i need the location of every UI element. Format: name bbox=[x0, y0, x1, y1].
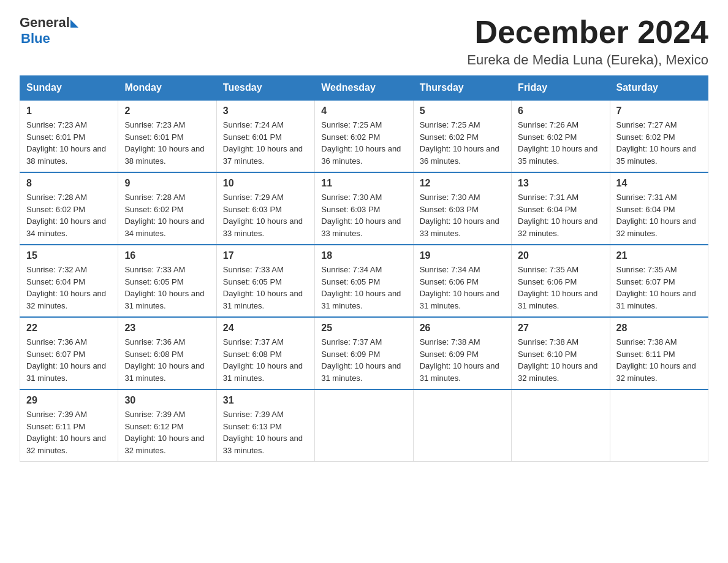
calendar-cell bbox=[610, 389, 708, 462]
page-header: General Blue December 2024 Eureka de Med… bbox=[20, 15, 708, 68]
day-number: 8 bbox=[26, 178, 112, 189]
calendar-cell: 16Sunrise: 7:33 AMSunset: 6:05 PMDayligh… bbox=[118, 245, 216, 317]
day-info: Sunrise: 7:26 AMSunset: 6:02 PMDaylight:… bbox=[518, 120, 597, 166]
day-number: 1 bbox=[26, 105, 112, 117]
day-number: 5 bbox=[420, 105, 505, 117]
calendar-cell: 12Sunrise: 7:30 AMSunset: 6:03 PMDayligh… bbox=[413, 172, 511, 245]
calendar-table: SundayMondayTuesdayWednesdayThursdayFrid… bbox=[20, 75, 708, 462]
day-number: 6 bbox=[518, 105, 603, 117]
calendar-cell: 28Sunrise: 7:38 AMSunset: 6:11 PMDayligh… bbox=[610, 317, 708, 389]
day-info: Sunrise: 7:30 AMSunset: 6:03 PMDaylight:… bbox=[420, 193, 499, 238]
calendar-header-row: SundayMondayTuesdayWednesdayThursdayFrid… bbox=[20, 76, 708, 101]
calendar-cell: 17Sunrise: 7:33 AMSunset: 6:05 PMDayligh… bbox=[216, 245, 314, 317]
header-wednesday: Wednesday bbox=[315, 76, 413, 101]
calendar-cell: 6Sunrise: 7:26 AMSunset: 6:02 PMDaylight… bbox=[512, 100, 610, 172]
calendar-cell: 14Sunrise: 7:31 AMSunset: 6:04 PMDayligh… bbox=[610, 172, 708, 245]
day-info: Sunrise: 7:38 AMSunset: 6:09 PMDaylight:… bbox=[420, 337, 499, 383]
calendar-cell: 19Sunrise: 7:34 AMSunset: 6:06 PMDayligh… bbox=[413, 245, 511, 317]
day-number: 27 bbox=[518, 323, 603, 334]
day-info: Sunrise: 7:38 AMSunset: 6:11 PMDaylight:… bbox=[616, 337, 696, 383]
day-number: 13 bbox=[518, 178, 603, 189]
day-number: 2 bbox=[124, 105, 210, 117]
day-number: 4 bbox=[321, 105, 406, 117]
day-info: Sunrise: 7:24 AMSunset: 6:01 PMDaylight:… bbox=[223, 120, 303, 166]
day-number: 24 bbox=[223, 323, 308, 334]
logo: General Blue bbox=[20, 15, 78, 47]
header-friday: Friday bbox=[512, 76, 610, 101]
header-tuesday: Tuesday bbox=[216, 76, 314, 101]
day-info: Sunrise: 7:28 AMSunset: 6:02 PMDaylight:… bbox=[124, 193, 204, 238]
day-info: Sunrise: 7:33 AMSunset: 6:05 PMDaylight:… bbox=[223, 265, 303, 310]
calendar-cell: 1Sunrise: 7:23 AMSunset: 6:01 PMDaylight… bbox=[20, 100, 118, 172]
calendar-week-row: 15Sunrise: 7:32 AMSunset: 6:04 PMDayligh… bbox=[20, 245, 708, 317]
day-info: Sunrise: 7:25 AMSunset: 6:02 PMDaylight:… bbox=[420, 120, 499, 166]
calendar-subtitle: Eureka de Media Luna (Eureka), Mexico bbox=[467, 52, 708, 68]
calendar-cell: 2Sunrise: 7:23 AMSunset: 6:01 PMDaylight… bbox=[118, 100, 216, 172]
day-number: 28 bbox=[616, 323, 702, 334]
header-saturday: Saturday bbox=[610, 76, 708, 101]
day-number: 15 bbox=[26, 250, 112, 261]
day-info: Sunrise: 7:36 AMSunset: 6:08 PMDaylight:… bbox=[124, 337, 204, 383]
calendar-week-row: 22Sunrise: 7:36 AMSunset: 6:07 PMDayligh… bbox=[20, 317, 708, 389]
calendar-cell: 7Sunrise: 7:27 AMSunset: 6:02 PMDaylight… bbox=[610, 100, 708, 172]
calendar-cell: 25Sunrise: 7:37 AMSunset: 6:09 PMDayligh… bbox=[315, 317, 413, 389]
calendar-cell: 5Sunrise: 7:25 AMSunset: 6:02 PMDaylight… bbox=[413, 100, 511, 172]
day-number: 29 bbox=[26, 395, 112, 406]
day-number: 26 bbox=[420, 323, 505, 334]
calendar-week-row: 29Sunrise: 7:39 AMSunset: 6:11 PMDayligh… bbox=[20, 389, 708, 462]
calendar-cell bbox=[512, 389, 610, 462]
day-number: 9 bbox=[124, 178, 210, 189]
calendar-cell: 4Sunrise: 7:25 AMSunset: 6:02 PMDaylight… bbox=[315, 100, 413, 172]
day-number: 19 bbox=[420, 250, 505, 261]
logo-general-text: General bbox=[20, 15, 70, 31]
calendar-cell: 22Sunrise: 7:36 AMSunset: 6:07 PMDayligh… bbox=[20, 317, 118, 389]
day-number: 20 bbox=[518, 250, 603, 261]
logo-triangle-icon bbox=[70, 20, 78, 28]
day-info: Sunrise: 7:38 AMSunset: 6:10 PMDaylight:… bbox=[518, 337, 597, 383]
calendar-week-row: 1Sunrise: 7:23 AMSunset: 6:01 PMDaylight… bbox=[20, 100, 708, 172]
day-info: Sunrise: 7:37 AMSunset: 6:09 PMDaylight:… bbox=[321, 337, 401, 383]
calendar-cell: 15Sunrise: 7:32 AMSunset: 6:04 PMDayligh… bbox=[20, 245, 118, 317]
day-info: Sunrise: 7:34 AMSunset: 6:05 PMDaylight:… bbox=[321, 265, 401, 310]
day-number: 14 bbox=[616, 178, 702, 189]
day-number: 11 bbox=[321, 178, 406, 189]
day-info: Sunrise: 7:35 AMSunset: 6:06 PMDaylight:… bbox=[518, 265, 597, 310]
calendar-cell: 3Sunrise: 7:24 AMSunset: 6:01 PMDaylight… bbox=[216, 100, 314, 172]
day-info: Sunrise: 7:39 AMSunset: 6:11 PMDaylight:… bbox=[26, 410, 106, 455]
day-number: 21 bbox=[616, 250, 702, 261]
day-info: Sunrise: 7:29 AMSunset: 6:03 PMDaylight:… bbox=[223, 193, 303, 238]
day-info: Sunrise: 7:34 AMSunset: 6:06 PMDaylight:… bbox=[420, 265, 499, 310]
day-number: 10 bbox=[223, 178, 308, 189]
day-number: 30 bbox=[124, 395, 210, 406]
header-thursday: Thursday bbox=[413, 76, 511, 101]
logo-blue-text: Blue bbox=[21, 31, 50, 47]
day-info: Sunrise: 7:35 AMSunset: 6:07 PMDaylight:… bbox=[616, 265, 696, 310]
header-monday: Monday bbox=[118, 76, 216, 101]
calendar-cell: 30Sunrise: 7:39 AMSunset: 6:12 PMDayligh… bbox=[118, 389, 216, 462]
calendar-cell: 11Sunrise: 7:30 AMSunset: 6:03 PMDayligh… bbox=[315, 172, 413, 245]
day-number: 22 bbox=[26, 323, 112, 334]
day-number: 3 bbox=[223, 105, 308, 117]
day-info: Sunrise: 7:37 AMSunset: 6:08 PMDaylight:… bbox=[223, 337, 303, 383]
day-info: Sunrise: 7:28 AMSunset: 6:02 PMDaylight:… bbox=[26, 193, 106, 238]
calendar-cell: 29Sunrise: 7:39 AMSunset: 6:11 PMDayligh… bbox=[20, 389, 118, 462]
day-info: Sunrise: 7:25 AMSunset: 6:02 PMDaylight:… bbox=[321, 120, 401, 166]
calendar-cell bbox=[413, 389, 511, 462]
day-info: Sunrise: 7:31 AMSunset: 6:04 PMDaylight:… bbox=[616, 193, 696, 238]
calendar-cell: 21Sunrise: 7:35 AMSunset: 6:07 PMDayligh… bbox=[610, 245, 708, 317]
day-number: 7 bbox=[616, 105, 702, 117]
calendar-cell: 13Sunrise: 7:31 AMSunset: 6:04 PMDayligh… bbox=[512, 172, 610, 245]
calendar-week-row: 8Sunrise: 7:28 AMSunset: 6:02 PMDaylight… bbox=[20, 172, 708, 245]
day-info: Sunrise: 7:36 AMSunset: 6:07 PMDaylight:… bbox=[26, 337, 106, 383]
calendar-cell: 26Sunrise: 7:38 AMSunset: 6:09 PMDayligh… bbox=[413, 317, 511, 389]
day-info: Sunrise: 7:33 AMSunset: 6:05 PMDaylight:… bbox=[124, 265, 204, 310]
day-info: Sunrise: 7:31 AMSunset: 6:04 PMDaylight:… bbox=[518, 193, 597, 238]
calendar-cell bbox=[315, 389, 413, 462]
calendar-cell: 10Sunrise: 7:29 AMSunset: 6:03 PMDayligh… bbox=[216, 172, 314, 245]
day-number: 17 bbox=[223, 250, 308, 261]
day-info: Sunrise: 7:30 AMSunset: 6:03 PMDaylight:… bbox=[321, 193, 401, 238]
calendar-cell: 20Sunrise: 7:35 AMSunset: 6:06 PMDayligh… bbox=[512, 245, 610, 317]
header-sunday: Sunday bbox=[20, 76, 118, 101]
calendar-cell: 8Sunrise: 7:28 AMSunset: 6:02 PMDaylight… bbox=[20, 172, 118, 245]
day-info: Sunrise: 7:39 AMSunset: 6:13 PMDaylight:… bbox=[223, 410, 303, 455]
